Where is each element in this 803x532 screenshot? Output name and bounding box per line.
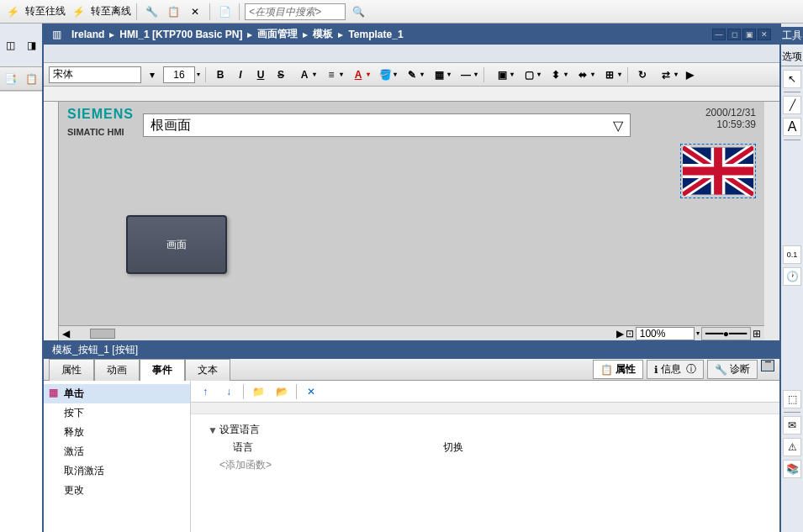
flip-button[interactable]: ⇄ [653,66,679,84]
font-dropdown-icon[interactable]: ▾ [143,66,161,84]
clock-tool-icon[interactable]: 🕐 [783,267,801,286]
underline-button[interactable]: U [251,66,270,84]
runtime-button[interactable]: ▶ [680,66,699,84]
search-icon[interactable]: 🔍 [349,3,367,21]
tool-icon-2[interactable]: 📋 [164,3,182,21]
event-deactivate[interactable]: 取消激活 [44,461,190,481]
panel-tab-info[interactable]: ℹ信息 ⓘ [647,360,704,379]
crumb-0[interactable]: Ireland [71,29,104,40]
maximize-button[interactable]: ▣ [742,29,756,40]
function-row[interactable]: ▼ 设置语言 [208,421,763,439]
ruler-horizontal [44,87,779,102]
event-click[interactable]: 单击 [44,384,190,403]
text-fx-button[interactable]: A [292,66,317,84]
indent-icon[interactable]: ▥ [52,29,61,40]
zoom-reset-icon[interactable]: ⊞ [753,328,761,340]
horizontal-scrollbar[interactable]: ◀ ▶ ⊡ ▾ ━━━●━━━ ⊞ [59,325,764,340]
delete-func-button[interactable]: ✕ [302,382,320,401]
add-function-label: <添加函数> [219,458,272,472]
bold-button[interactable]: B [211,66,230,84]
pointer-tool-icon[interactable]: ↖ [783,70,801,88]
close-icon[interactable]: ✕ [186,3,204,21]
date-text: 2000/12/31 [705,107,756,119]
screen-nav-button[interactable]: 画面 [126,215,227,274]
add-function-row[interactable]: <添加函数> [208,456,763,474]
tree-icon[interactable]: 📑 [2,70,20,88]
zoom-fit-icon[interactable]: ⊡ [626,328,634,340]
bring-front-button[interactable]: ▣ [489,66,515,84]
tool-icon-1[interactable]: 🔧 [142,3,161,21]
distribute-button[interactable]: ⊞ [597,66,622,84]
size-select[interactable] [163,66,195,83]
line-style-button[interactable]: — [453,66,478,84]
line-tool-icon[interactable]: ╱ [783,96,801,114]
uk-flag-icon [683,146,753,196]
close-button[interactable]: ✕ [758,29,771,40]
zoom-select[interactable] [636,327,695,340]
tool-a-icon[interactable]: ⬚ [783,390,801,408]
italic-button[interactable]: I [231,66,250,84]
panel-tab-diagnostics[interactable]: 🔧诊断 [707,360,758,379]
panel-collapse-button[interactable]: ▔ [761,360,774,371]
event-change[interactable]: 更改 [44,481,190,500]
io-field-icon[interactable]: 0.1 [783,245,801,264]
search-input[interactable] [245,3,346,20]
breadcrumb: ▥ Ireland ▸ HMI_1 [KTP700 Basic PN] ▸ 画面… [44,24,779,45]
move-down-button[interactable]: ↓ [219,382,238,401]
minimize-button[interactable]: — [712,29,726,40]
strikethrough-button[interactable]: S [272,66,290,84]
text-tool-icon[interactable]: A [783,118,801,136]
tool-icon-3[interactable]: 📄 [215,3,234,21]
tab-text[interactable]: 文本 [185,359,230,381]
scroll-right-icon[interactable]: ▶ [616,328,624,340]
go-online-button[interactable]: ⚡ [3,3,22,21]
design-surface[interactable]: SIEMENS SIMATIC HMI 根画面 ▽ 2000/12/31 10:… [59,102,764,325]
move-up-button[interactable]: ↑ [196,382,214,401]
rotate-button[interactable]: ↻ [633,66,652,84]
crumb-2[interactable]: 画面管理 [257,27,298,41]
font-color-button[interactable]: A [346,66,371,84]
simatic-label: SIMATIC HMI [67,127,124,137]
add-func-button[interactable]: 📁 [249,382,267,401]
crumb-3[interactable]: 模板 [313,27,333,41]
crumb-4[interactable]: Template_1 [348,29,403,40]
nav-collapse-icon[interactable]: ◫ [2,36,20,55]
align-button[interactable]: ≡ [319,66,344,84]
tab-properties[interactable]: 属性 [49,359,94,381]
align-h-button[interactable]: ⬍ [543,66,568,84]
alarm-tool-icon[interactable]: ⚠ [783,438,801,456]
param-value: 切换 [443,440,463,455]
line-color-button[interactable]: ✎ [399,66,425,84]
align-v-button[interactable]: ⬌ [570,66,595,84]
screen-title-field[interactable]: 根画面 ▽ [143,113,631,137]
go-offline-button[interactable]: ⚡ [69,3,87,21]
crumb-1[interactable]: HMI_1 [KTP700 Basic PN] [119,29,242,40]
edit-func-button[interactable]: 📂 [272,382,291,401]
library-tool-icon[interactable]: 📚 [783,460,801,478]
event-release[interactable]: 释放 [44,423,190,442]
send-back-button[interactable]: ▢ [516,66,541,84]
list-icon[interactable]: 📋 [23,70,41,88]
tree-collapse-icon[interactable]: ▼ [208,424,219,436]
top-toolbar: ⚡ 转至往线 ⚡ 转至离线 🔧 📋 ✕ 📄 🔍 [0,0,803,24]
param-row[interactable]: 语言 切换 [208,439,763,456]
screen-title-text: 根画面 [151,117,191,134]
event-activate[interactable]: 激活 [44,442,190,461]
panel-tab-properties[interactable]: 📋属性 [593,360,643,379]
nav-expand-icon[interactable]: ◨ [23,36,41,55]
selected-object-label: 模板_按钮_1 [按钮] [52,343,138,357]
properties-header: 模板_按钮_1 [按钮] [44,340,779,359]
restore-button[interactable]: ◻ [727,29,741,40]
mail-tool-icon[interactable]: ✉ [783,416,801,435]
event-press[interactable]: 按下 [44,403,190,423]
font-select[interactable] [49,66,141,83]
border-button[interactable]: ▦ [426,66,452,84]
tab-events[interactable]: 事件 [140,359,185,381]
project-tree-area[interactable] [0,91,42,532]
canvas-area: SIEMENS SIMATIC HMI 根画面 ▽ 2000/12/31 10:… [44,87,779,340]
flag-image[interactable] [680,144,756,198]
go-offline-label: 转至离线 [91,4,131,18]
fill-color-button[interactable]: 🪣 [372,66,398,84]
tab-animation[interactable]: 动画 [94,359,140,381]
dropdown-icon[interactable]: ▽ [613,118,623,134]
